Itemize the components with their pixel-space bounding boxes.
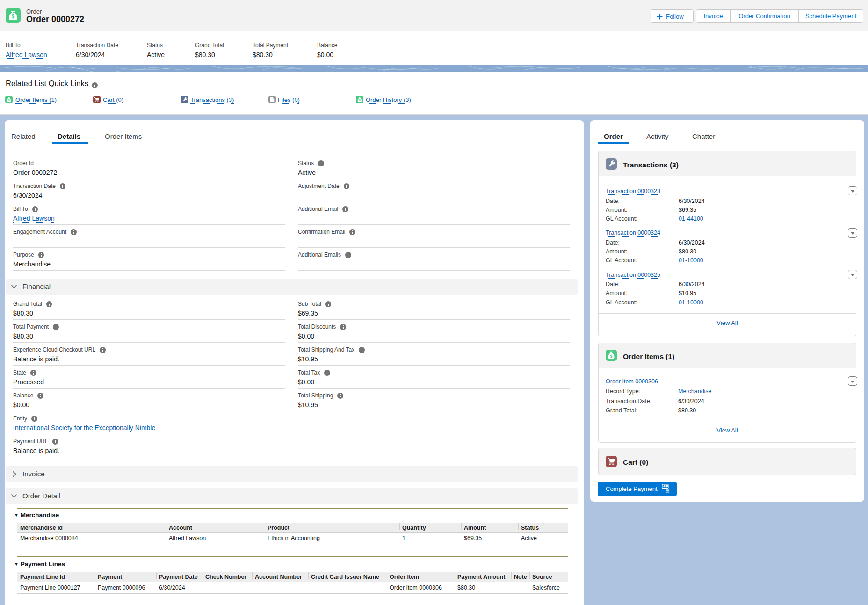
- svg-text:$: $: [610, 354, 612, 359]
- svg-text:$: $: [12, 14, 15, 19]
